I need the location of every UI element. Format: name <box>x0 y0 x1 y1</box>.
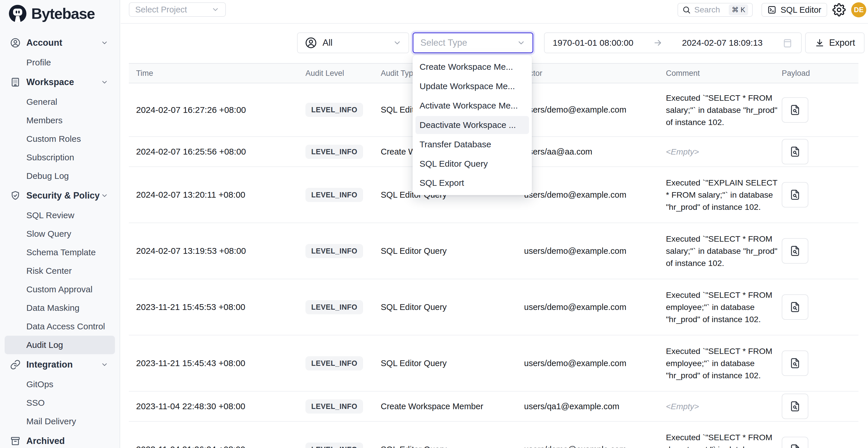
sidebar-item-data-access-control[interactable]: Data Access Control <box>0 317 120 336</box>
chevron-down-icon <box>101 361 108 369</box>
sidebar-item-schema-template[interactable]: Schema Template <box>0 243 120 262</box>
table-row: 2023-11-21 15:45:43 +08:00 LEVEL_INFO SQ… <box>129 335 859 391</box>
payload-view-button[interactable] <box>782 437 808 448</box>
topbar-divider <box>121 23 868 24</box>
sidebar-item-mail-delivery[interactable]: Mail Delivery <box>0 412 120 430</box>
download-icon <box>815 38 825 48</box>
dropdown-option-transfer-database[interactable]: Transfer Database <box>415 135 529 153</box>
date-range-picker[interactable]: 1970-01-01 08:00:00 2024-02-07 18:09:13 <box>544 32 802 53</box>
chevron-down-icon <box>517 38 526 47</box>
type-filter-select[interactable]: Select Type <box>412 32 533 53</box>
audit-level-badge: LEVEL_INFO <box>305 300 363 314</box>
dropdown-option-deactivate-workspace-member[interactable]: Deactivate Workspace ... <box>415 116 529 134</box>
user-circle-icon <box>305 36 317 49</box>
sidebar-item-debug-log[interactable]: Debug Log <box>0 167 120 185</box>
dropdown-option-sql-editor-query[interactable]: SQL Editor Query <box>415 155 529 173</box>
building-icon <box>10 77 21 88</box>
sidebar-item-profile[interactable]: Profile <box>0 53 120 72</box>
shield-check-icon <box>10 190 21 201</box>
link-icon <box>10 359 21 370</box>
column-header-payload: Payload <box>782 69 859 78</box>
user-circle-icon <box>10 37 21 48</box>
sidebar: Bytebase Account Profile Workspace Gener… <box>0 0 120 448</box>
sidebar-item-audit-log[interactable]: Audit Log <box>5 336 115 354</box>
sidebar-item-custom-roles[interactable]: Custom Roles <box>0 130 120 148</box>
archive-icon <box>10 436 21 447</box>
table-row: 2023-11-04 21:26:24 +08:00 LEVEL_INFO SQ… <box>129 422 859 448</box>
audit-level-badge: LEVEL_INFO <box>305 103 363 117</box>
search-input[interactable]: Search ⌘ K <box>678 3 753 17</box>
audit-level-badge: LEVEL_INFO <box>305 188 363 202</box>
table-row: 2023-11-04 22:48:30 +08:00 LEVEL_INFO Cr… <box>129 391 859 422</box>
search-icon <box>682 5 691 14</box>
sidebar-item-general[interactable]: General <box>0 93 120 111</box>
terminal-icon <box>767 5 776 14</box>
table-row: 2023-11-21 15:45:53 +08:00 LEVEL_INFO SQ… <box>129 279 859 335</box>
date-to-value: 2024-02-07 18:09:13 <box>682 38 763 48</box>
user-avatar[interactable]: DE <box>851 2 866 18</box>
payload-view-button[interactable] <box>782 350 808 376</box>
export-button[interactable]: Export <box>805 32 865 53</box>
payload-view-button[interactable] <box>782 139 808 164</box>
dropdown-option-activate-workspace-member[interactable]: Activate Workspace Me... <box>415 97 529 115</box>
calendar-icon <box>782 37 793 48</box>
sidebar-item-gitops[interactable]: GitOps <box>0 375 120 393</box>
sidebar-section-workspace[interactable]: Workspace <box>0 73 120 91</box>
payload-view-button[interactable] <box>782 393 808 419</box>
sidebar-section-account[interactable]: Account <box>0 34 120 52</box>
sidebar-item-slow-query[interactable]: Slow Query <box>0 225 120 243</box>
sidebar-item-members[interactable]: Members <box>0 111 120 130</box>
payload-view-button[interactable] <box>782 238 808 264</box>
sidebar-item-subscription[interactable]: Subscription <box>0 148 120 167</box>
brand-logo[interactable]: Bytebase <box>8 4 95 23</box>
chevron-down-icon <box>101 39 108 46</box>
column-header-time: Time <box>129 69 305 78</box>
sidebar-section-security-policy[interactable]: Security & Policy <box>0 186 120 205</box>
sidebar-item-sso[interactable]: SSO <box>0 393 120 412</box>
payload-view-button[interactable] <box>782 182 808 207</box>
arrow-right-icon <box>653 38 663 48</box>
audit-level-badge: LEVEL_INFO <box>305 399 363 414</box>
sql-editor-button[interactable]: SQL Editor <box>762 3 827 17</box>
chevron-down-icon <box>101 78 108 86</box>
column-header-comment: Comment <box>666 69 782 78</box>
settings-gear-icon[interactable] <box>832 3 846 17</box>
chevron-down-icon <box>393 38 402 47</box>
payload-view-button[interactable] <box>782 294 808 320</box>
bytebase-logo-icon <box>8 4 27 23</box>
type-filter-dropdown: Create Workspace Me... Update Workspace … <box>412 55 532 195</box>
audit-level-badge: LEVEL_INFO <box>305 145 363 159</box>
sidebar-item-data-masking[interactable]: Data Masking <box>0 299 120 317</box>
sidebar-section-integration[interactable]: Integration <box>0 355 120 374</box>
sidebar-item-sql-review[interactable]: SQL Review <box>0 206 120 225</box>
dropdown-option-create-workspace-member[interactable]: Create Workspace Me... <box>415 58 529 76</box>
chevron-down-icon <box>211 5 219 13</box>
payload-view-button[interactable] <box>782 97 808 123</box>
actor-filter-select[interactable]: All <box>297 32 409 53</box>
audit-level-badge: LEVEL_INFO <box>305 356 363 371</box>
sidebar-section-archived[interactable]: Archived <box>0 432 120 448</box>
table-row: 2024-02-07 13:19:53 +08:00 LEVEL_INFO SQ… <box>129 223 859 279</box>
search-shortcut-badge: ⌘ K <box>729 4 748 15</box>
project-select[interactable]: Select Project <box>129 2 226 17</box>
audit-level-badge: LEVEL_INFO <box>305 443 363 448</box>
brand-name: Bytebase <box>31 5 95 22</box>
audit-level-badge: LEVEL_INFO <box>305 244 363 258</box>
chevron-down-icon <box>101 192 108 199</box>
column-header-audit-level: Audit Level <box>305 69 381 78</box>
date-from-value: 1970-01-01 08:00:00 <box>553 38 633 48</box>
column-header-actor: Actor <box>524 69 666 78</box>
dropdown-option-update-workspace-member[interactable]: Update Workspace Me... <box>415 77 529 95</box>
sidebar-item-risk-center[interactable]: Risk Center <box>0 262 120 280</box>
dropdown-option-sql-export[interactable]: SQL Export <box>415 174 529 192</box>
sidebar-item-custom-approval[interactable]: Custom Approval <box>0 280 120 299</box>
